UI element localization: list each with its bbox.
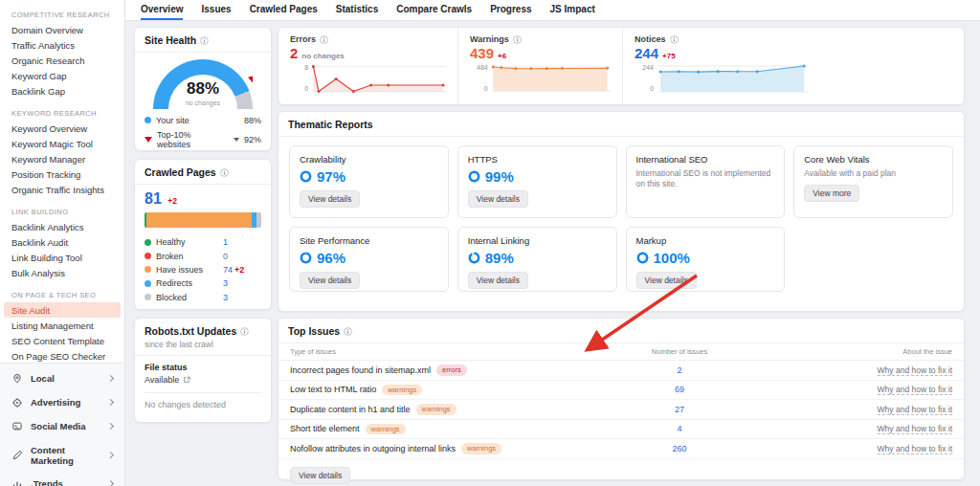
column-header-about: About the issue	[751, 347, 952, 356]
sidebar-item[interactable]: Keyword Magic Tool	[0, 136, 124, 151]
info-icon[interactable]	[320, 35, 328, 44]
bar-segment	[146, 212, 252, 228]
table-row: Incorrect pages found in sitemap.xml err…	[278, 361, 964, 381]
status-dot-icon	[145, 253, 151, 259]
column-header-type: Type of issues	[290, 347, 608, 356]
legend-count-link[interactable]: 3	[223, 278, 228, 288]
thematic-title: Site Performance	[300, 235, 438, 246]
thematic-title: Core Web Vitals	[804, 154, 943, 165]
tab[interactable]: Progress	[490, 0, 531, 20]
card-title-row: Site Health	[135, 28, 271, 53]
why-how-to-fix-link[interactable]: Why and how to fix it	[878, 365, 952, 376]
thematic-title: HTTPS	[468, 154, 607, 165]
info-icon[interactable]	[670, 35, 679, 44]
legend-count-link[interactable]: 1	[223, 237, 228, 247]
sidebar-item-trends[interactable]: .Trends	[0, 472, 124, 486]
legend-count-link[interactable]: 74	[223, 265, 233, 275]
thematic-report-card: Site Performance 96% View details	[289, 227, 449, 292]
legend-count-link[interactable]: 0	[223, 252, 228, 261]
legend-row: Blocked 3	[145, 291, 261, 304]
tab[interactable]: Overview	[141, 0, 183, 20]
info-icon[interactable]	[513, 35, 522, 44]
sidebar-item[interactable]: Keyword Overview	[0, 121, 124, 136]
view-details-button[interactable]: View details	[300, 190, 360, 208]
chevron-down-icon[interactable]	[234, 138, 239, 142]
sidebar-item[interactable]: Organic Research	[0, 53, 124, 68]
sidebar-section-label: KEYWORD RESEARCH	[0, 102, 124, 121]
view-details-button[interactable]: View details	[300, 272, 360, 289]
sidebar-item[interactable]: Listing Management	[0, 318, 124, 333]
why-how-to-fix-link[interactable]: Why and how to fix it	[878, 424, 952, 434]
y-axis-max-label: 8	[290, 64, 308, 71]
view-details-button[interactable]: View details	[468, 190, 528, 208]
sidebar-item[interactable]: Backlink Gap	[0, 83, 124, 99]
tab[interactable]: Statistics	[336, 0, 378, 20]
view-details-button[interactable]: View details	[468, 272, 528, 289]
sidebar-item[interactable]: Position Tracking	[0, 166, 124, 182]
sidebar-item-local[interactable]: Local	[0, 366, 124, 390]
sidebar-item[interactable]: SEO Content Template	[0, 333, 124, 348]
why-how-to-fix-link[interactable]: Why and how to fix it	[878, 405, 952, 415]
issue-count-link[interactable]: 27	[675, 405, 684, 414]
view-details-button[interactable]: View details	[636, 272, 697, 289]
metric-value[interactable]: 2	[290, 45, 298, 61]
blue-dot-icon	[145, 117, 151, 123]
thematic-score: 89%	[485, 250, 514, 266]
robots-txt-card: Robots.txt Updates since the last crawl …	[134, 318, 272, 423]
sidebar-item[interactable]: Organic Traffic Insights	[0, 182, 124, 197]
legend-count-link[interactable]: 3	[223, 293, 228, 302]
info-icon[interactable]	[200, 36, 209, 45]
sidebar-item[interactable]: Domain Overview	[0, 22, 124, 37]
legend-row: Have issues 74+2	[145, 263, 261, 276]
issue-count-link[interactable]: 260	[672, 444, 686, 453]
legend-label: Your site	[156, 116, 189, 125]
sidebar-item[interactable]: Keyword Manager	[0, 151, 124, 166]
tab[interactable]: Compare Crawls	[396, 0, 472, 20]
thematic-score: 96%	[317, 250, 345, 266]
pencil-icon	[11, 450, 23, 461]
tab[interactable]: Issues	[201, 0, 231, 20]
severity-badge: warnings	[382, 385, 422, 396]
sidebar-item[interactable]: On Page SEO Checker	[0, 348, 124, 364]
view-details-button[interactable]: View details	[290, 467, 350, 484]
sidebar-item-advertising[interactable]: Advertising	[0, 390, 124, 414]
card-title: Site Health	[145, 34, 196, 46]
thematic-report-card: Crawlability 97% View details	[289, 145, 449, 218]
info-icon[interactable]	[220, 168, 229, 177]
sidebar-item[interactable]: Traffic Analytics	[0, 37, 124, 53]
issue-count-link[interactable]: 2	[677, 365, 681, 375]
view-details-button[interactable]: View more	[804, 185, 859, 202]
severity-badge: errors	[436, 364, 467, 376]
thematic-report-card: International SEO International SEO is n…	[626, 145, 786, 218]
sidebar-item-content-marketing[interactable]: Content Marketing	[0, 438, 124, 472]
crawled-pages-total[interactable]: 81	[145, 190, 162, 207]
sidebar-section-link-building: LINK BUILDING Backlink Analytics Backlin…	[0, 197, 124, 280]
why-how-to-fix-link[interactable]: Why and how to fix it	[878, 444, 952, 454]
sidebar-item[interactable]: Site Audit	[4, 302, 121, 318]
thematic-title: International SEO	[636, 154, 775, 165]
site-health-change: no changes	[153, 99, 253, 106]
chevron-right-icon	[107, 480, 114, 486]
issue-count-link[interactable]: 69	[675, 385, 684, 394]
metric-value[interactable]: 244	[635, 45, 658, 61]
metric-value[interactable]: 439	[470, 45, 494, 61]
thematic-grid-row1: Crawlability 97% View details HTTPS 99%	[278, 137, 964, 218]
legend-label: Redirects	[156, 278, 192, 288]
info-icon[interactable]	[240, 327, 249, 336]
sidebar-item[interactable]: Link Building Tool	[0, 250, 124, 265]
y-axis-max-label: 484	[470, 64, 488, 71]
sidebar-item[interactable]: Backlink Analytics	[0, 219, 124, 234]
status-dot-icon	[145, 266, 151, 273]
file-status-link[interactable]: Available	[145, 375, 261, 385]
legend-label: Top-10% websites	[157, 130, 227, 149]
sidebar-item[interactable]: Bulk Analysis	[0, 265, 124, 280]
tab[interactable]: JS Impact	[550, 0, 595, 20]
sidebar-item[interactable]: Backlink Audit	[0, 234, 124, 250]
thematic-description: International SEO is not implemented on …	[636, 168, 775, 190]
why-how-to-fix-link[interactable]: Why and how to fix it	[878, 385, 952, 395]
issue-count-link[interactable]: 4	[677, 424, 681, 433]
info-icon[interactable]	[344, 327, 352, 336]
tab[interactable]: Crawled Pages	[250, 0, 318, 20]
sidebar-item-social-media[interactable]: Social Media	[0, 414, 124, 438]
sidebar-item[interactable]: Keyword Gap	[0, 68, 124, 83]
